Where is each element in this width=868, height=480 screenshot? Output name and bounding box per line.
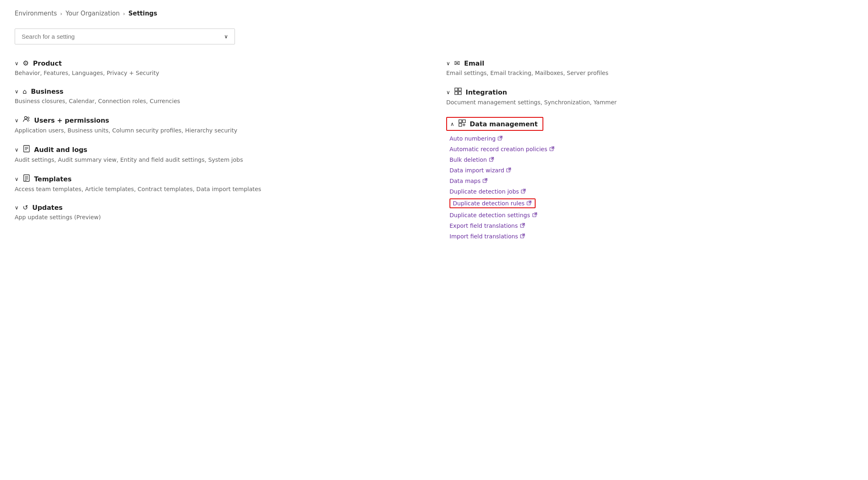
svg-line-31 — [523, 189, 525, 192]
users-toggle[interactable]: ∨ — [15, 117, 19, 123]
export-field-translations-link[interactable]: Export field translations — [450, 222, 525, 229]
search-input[interactable] — [22, 33, 224, 40]
section-updates: ∨ ↺ Updates App update settings (Preview… — [15, 204, 422, 220]
updates-title: Updates — [32, 204, 63, 211]
section-integration: ∨ Integration Document management settin… — [446, 88, 853, 106]
section-audit: ∨ Audit and logs Audit settings, Audit s… — [15, 145, 422, 163]
external-link-icon — [520, 223, 525, 229]
svg-line-25 — [491, 157, 494, 160]
list-item: Duplicate detection settings — [450, 211, 853, 219]
audit-toggle[interactable]: ∨ — [15, 147, 19, 153]
svg-rect-13 — [455, 92, 458, 95]
duplicate-detection-jobs-link[interactable]: Duplicate detection jobs — [450, 188, 526, 195]
email-toggle[interactable]: ∨ — [446, 60, 450, 66]
updates-icon: ↺ — [23, 204, 28, 211]
templates-desc: Access team templates, Article templates… — [15, 186, 422, 192]
svg-point-1 — [27, 117, 29, 119]
list-item: Data maps — [450, 177, 853, 185]
svg-point-0 — [24, 117, 27, 119]
external-link-icon — [506, 167, 511, 174]
breadcrumb-sep2: › — [123, 11, 125, 17]
auto-numbering-link[interactable]: Auto numbering — [450, 135, 503, 142]
product-title: Product — [33, 59, 62, 67]
section-templates: ∨ Templates Access team templates, Artic… — [15, 174, 422, 192]
integration-icon — [454, 88, 462, 97]
import-field-translations-link[interactable]: Import field translations — [450, 233, 525, 240]
duplicate-detection-settings-link[interactable]: Duplicate detection settings — [450, 212, 537, 218]
audit-desc: Audit settings, Audit summary view, Enti… — [15, 156, 422, 163]
product-icon: ⚙ — [23, 59, 29, 67]
templates-icon — [23, 174, 30, 183]
svg-rect-11 — [455, 88, 458, 91]
list-item: Bulk deletion — [450, 156, 853, 163]
svg-line-27 — [508, 168, 511, 170]
updates-desc: App update settings (Preview) — [15, 214, 422, 220]
data-management-icon — [458, 119, 466, 128]
left-column: ∨ ⚙ Product Behavior, Features, Language… — [15, 59, 422, 251]
svg-rect-16 — [463, 120, 465, 123]
svg-line-23 — [551, 147, 554, 149]
svg-rect-14 — [458, 92, 461, 95]
list-item-highlighted: Duplicate detection rules — [450, 198, 853, 208]
section-data-management: ∧ Data management — [446, 117, 853, 240]
right-column: ∨ ✉ Email Email settings, Email tracking… — [446, 59, 853, 251]
svg-line-37 — [522, 223, 525, 226]
audit-title: Audit and logs — [34, 146, 88, 154]
business-title: Business — [31, 88, 64, 95]
email-desc: Email settings, Email tracking, Mailboxe… — [446, 70, 853, 76]
svg-line-39 — [522, 234, 525, 236]
external-link-icon — [489, 157, 494, 163]
email-icon: ✉ — [454, 59, 460, 67]
data-import-wizard-link[interactable]: Data import wizard — [450, 167, 511, 174]
section-email: ∨ ✉ Email Email settings, Email tracking… — [446, 59, 853, 76]
templates-title: Templates — [34, 175, 72, 183]
external-link-icon — [527, 200, 531, 207]
external-link-icon — [520, 233, 525, 240]
templates-toggle[interactable]: ∨ — [15, 176, 19, 182]
product-toggle[interactable]: ∨ — [15, 60, 19, 66]
users-title: Users + permissions — [34, 117, 109, 124]
svg-rect-15 — [459, 120, 462, 123]
business-toggle[interactable]: ∨ — [15, 88, 19, 95]
email-title: Email — [464, 59, 484, 67]
integration-desc: Document management settings, Synchroniz… — [446, 99, 853, 106]
business-icon: ⌂ — [23, 88, 27, 95]
external-link-icon — [498, 136, 503, 142]
section-product: ∨ ⚙ Product Behavior, Features, Language… — [15, 59, 422, 76]
product-desc: Behavior, Features, Languages, Privacy +… — [15, 70, 422, 76]
updates-toggle[interactable]: ∨ — [15, 205, 19, 211]
audit-icon — [23, 145, 30, 154]
breadcrumb-sep1: › — [60, 11, 62, 17]
section-users-permissions: ∨ Users + permissions Application users,… — [15, 116, 422, 134]
data-management-toggle[interactable]: ∧ — [450, 121, 454, 127]
external-link-icon — [549, 146, 554, 152]
business-desc: Business closures, Calendar, Connection … — [15, 98, 422, 104]
integration-toggle[interactable]: ∨ — [446, 89, 450, 95]
external-link-icon — [532, 212, 537, 218]
data-management-title: Data management — [470, 120, 538, 128]
svg-line-33 — [529, 201, 531, 203]
breadcrumb: Environments › Your Organization › Setti… — [15, 10, 853, 17]
breadcrumb-org[interactable]: Your Organization — [66, 10, 120, 17]
integration-title: Integration — [466, 88, 507, 96]
duplicate-detection-rules-link[interactable]: Duplicate detection rules — [453, 200, 531, 207]
bulk-deletion-link[interactable]: Bulk deletion — [450, 156, 494, 163]
svg-line-35 — [534, 213, 537, 215]
data-management-links: Auto numbering Automatic record creation — [446, 135, 853, 240]
data-maps-link[interactable]: Data maps — [450, 178, 487, 184]
list-item: Export field translations — [450, 222, 853, 229]
list-item: Auto numbering — [450, 135, 853, 142]
list-item: Automatic record creation policies — [450, 145, 853, 153]
users-desc: Application users, Business units, Colum… — [15, 127, 422, 134]
users-icon — [23, 116, 30, 125]
breadcrumb-environments[interactable]: Environments — [15, 10, 57, 17]
breadcrumb-current: Settings — [128, 10, 157, 17]
settings-grid: ∨ ⚙ Product Behavior, Features, Language… — [15, 59, 853, 251]
automatic-record-creation-link[interactable]: Automatic record creation policies — [450, 146, 554, 152]
list-item: Import field translations — [450, 233, 853, 240]
chevron-down-icon: ∨ — [224, 33, 228, 40]
list-item: Data import wizard — [450, 167, 853, 174]
search-bar[interactable]: ∨ — [15, 29, 235, 44]
list-item: Duplicate detection jobs — [450, 188, 853, 195]
section-business: ∨ ⌂ Business Business closures, Calendar… — [15, 88, 422, 104]
